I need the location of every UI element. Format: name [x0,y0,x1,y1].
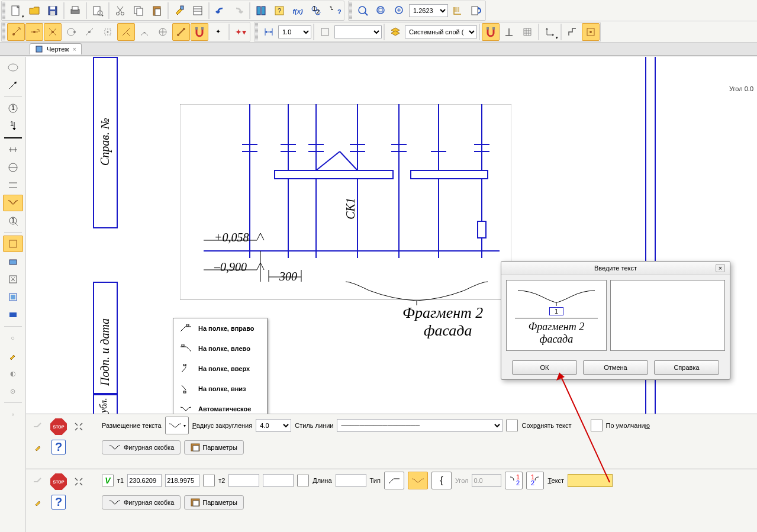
p1-expand[interactable] [70,418,88,436]
popup-down[interactable]: На полке, вниз [173,379,267,399]
p1-apply[interactable] [30,418,47,436]
magnet2-button[interactable] [482,23,500,41]
lt-arrow[interactable] [3,77,23,93]
p1-help[interactable]: ? [50,438,67,456]
lt-arrow-down[interactable]: 1 [3,118,23,134]
save-button[interactable] [44,2,62,20]
p1-save-chk[interactable] [506,420,518,431]
grid-button[interactable] [518,23,536,41]
preview-button[interactable] [89,2,107,20]
lt-circle[interactable] [3,59,23,76]
p2-orient1[interactable]: 12 [505,472,523,489]
snap-10-button[interactable] [172,23,190,41]
redo-button[interactable] [230,2,247,20]
snap-2-button[interactable] [25,23,43,41]
open-file-button[interactable] [25,2,43,20]
vars-button[interactable]: ? [270,2,288,20]
dialog-close-icon[interactable]: × [716,264,725,272]
format-painter-button[interactable] [170,2,188,20]
lt-sel4[interactable] [3,289,23,305]
popup-left[interactable]: На полке, влево [173,338,267,359]
p2-type-brace[interactable] [408,472,428,489]
p2-tab-params[interactable]: Параметры [184,495,244,510]
dimension-button[interactable] [260,23,278,41]
layers-button[interactable] [386,23,404,41]
p2-t1-y[interactable] [165,474,199,487]
p2-t2-y[interactable] [263,474,294,487]
step-button[interactable] [563,23,581,41]
library-button[interactable] [252,2,270,20]
p2-dlina-input[interactable] [336,474,366,487]
snap-9-button[interactable] [154,23,172,41]
p1-stop[interactable]: STOP [50,418,67,436]
print-button[interactable] [66,2,84,20]
p1-tab-brace[interactable]: Фигурная скобка [102,440,181,454]
document-tab[interactable]: Чертеж × [30,43,82,54]
lt-grey3[interactable]: ⊙ [3,383,23,399]
perp-button[interactable] [500,23,518,41]
lt-dual-circle[interactable] [3,159,23,176]
lt-brush[interactable] [3,347,23,364]
csys-button[interactable]: ▾ [541,23,559,41]
p1-tab-params[interactable]: Параметры [184,440,244,454]
p2-text-field[interactable] [568,474,613,487]
popup-up[interactable]: На полке, вверх [173,359,267,379]
p2-orient2[interactable]: 12 [526,472,544,489]
states-button[interactable] [316,23,334,41]
snap-last-button[interactable] [582,23,600,41]
snap-opts-button[interactable]: ✦ [209,23,227,41]
lt-brace[interactable] [3,195,23,211]
p2-t1-x[interactable] [127,474,162,487]
snap-4-button[interactable] [62,23,80,41]
numbered-button[interactable]: 12 [307,2,325,20]
lt-grey1[interactable]: ○ [3,330,23,346]
dialog-help-button[interactable]: Справка [654,360,719,375]
lt-grey4[interactable]: ▫ [3,406,23,423]
lt-grey2[interactable]: ◐ [3,365,23,382]
lt-marker1[interactable]: 1 [3,100,23,117]
p2-tab-brace[interactable]: Фигурная скобка [102,495,181,510]
magnet-button[interactable] [191,23,208,41]
layer-select[interactable]: Системный слой ( [405,25,477,38]
tab-close-icon[interactable]: × [73,46,76,53]
zoom-in-button[interactable] [391,2,408,20]
zoom-window-button[interactable] [354,2,372,20]
p2-type-line[interactable] [384,472,404,489]
snap-5-button[interactable] [80,23,98,41]
snap-8-button[interactable] [136,23,153,41]
linewidth-select[interactable]: 1.0 [278,25,311,38]
lt-sel1[interactable] [3,236,23,252]
undo-button[interactable] [211,2,229,20]
dialog-cancel-button[interactable]: Отмена [583,360,648,375]
copy-button[interactable] [130,2,147,20]
p2-type-curly[interactable]: { [431,472,452,489]
p2-stop[interactable]: STOP [50,473,67,491]
fx-button[interactable]: f(x) [289,2,307,20]
snap-toggle-button[interactable]: ✦▾ [231,23,249,41]
snap-6-button[interactable] [99,23,117,41]
p2-dlina-chk[interactable] [297,475,309,486]
lt-sel3[interactable] [3,271,23,288]
p2-help[interactable]: ? [50,493,67,511]
p2-brush[interactable] [30,493,47,511]
new-file-button[interactable]: ▾ [7,2,25,20]
snap-1-button[interactable] [7,23,25,41]
arrow-help-button[interactable]: ? [326,2,343,20]
p1-style-select[interactable]: ───────────────── [337,419,502,432]
lt-level[interactable] [3,177,23,194]
cut-button[interactable] [111,2,129,20]
refresh-view-button[interactable] [449,2,466,20]
zoom-fit-button[interactable] [372,2,390,20]
p2-t1-chk[interactable]: V [102,475,114,486]
p1-radius-input[interactable]: 4.0 [256,419,291,432]
p2-expand[interactable] [70,473,88,491]
lt-sel2[interactable] [3,253,23,270]
p2-apply[interactable] [30,473,47,491]
snap-7-button[interactable] [117,23,135,41]
dialog-ok-button[interactable]: ОК [512,360,577,375]
dialog-text-area[interactable] [610,280,725,351]
paste-button[interactable] [148,2,166,20]
lt-section[interactable] [3,141,23,158]
snap-3-button[interactable] [44,23,62,41]
properties-button[interactable] [189,2,207,20]
